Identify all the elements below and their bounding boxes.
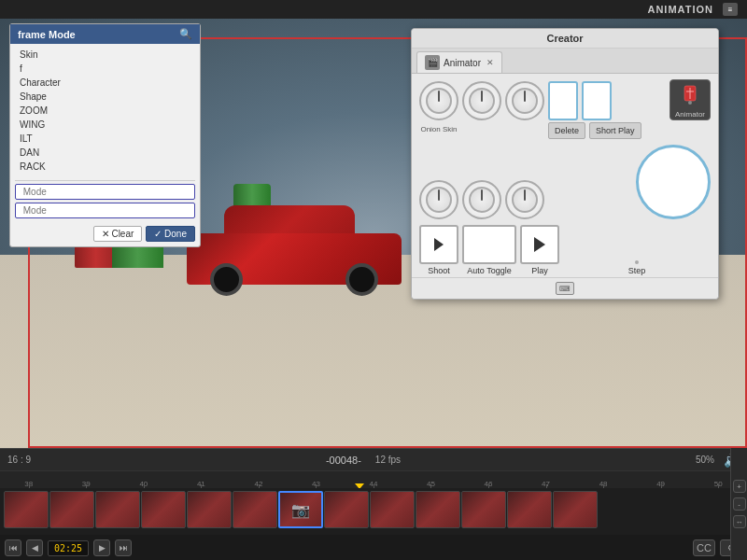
tab-close-icon[interactable]: ✕ xyxy=(486,58,494,67)
timeline-end-button[interactable]: ⏭ xyxy=(115,539,132,556)
thumbnail-frame[interactable] xyxy=(553,491,598,528)
ruler-mark: 42 xyxy=(230,480,288,488)
timeline-next-button[interactable]: ▶ xyxy=(93,539,110,556)
animator-button[interactable]: Animator xyxy=(669,79,711,120)
thumbnail-frame[interactable] xyxy=(233,491,277,528)
creator-tabs: 🎬 Animator ✕ xyxy=(412,49,718,74)
list-item[interactable]: DAN xyxy=(10,146,200,160)
thumbnail-frame[interactable] xyxy=(49,491,94,528)
dial-circle-4 xyxy=(419,180,458,219)
keyboard-shortcut-icon[interactable]: ⌨ xyxy=(556,282,574,295)
onion-skin-label: Onion Skin xyxy=(420,125,457,133)
clear-button[interactable]: ✕ Clear xyxy=(93,226,143,242)
timeline-prev-button[interactable]: ◀ xyxy=(26,539,43,556)
dial-circle-5 xyxy=(462,180,501,219)
top-bar: ANIMATION ≡ xyxy=(0,0,747,19)
play-button[interactable] xyxy=(520,225,559,264)
zoom-out-button[interactable]: - xyxy=(733,497,746,511)
dial-inner-6 xyxy=(512,187,538,213)
play-item: Play xyxy=(520,225,559,275)
timeline-tracks: 📷 xyxy=(0,488,747,535)
list-item[interactable]: f xyxy=(10,62,200,76)
frame-mode-header: frame Mode 🔍 xyxy=(10,24,200,44)
thumbnail-frame[interactable] xyxy=(187,491,232,528)
animator-icon xyxy=(677,82,703,108)
zoom-in-button[interactable]: + xyxy=(733,480,746,493)
timeline: 16 : 9 -00048- 12 fps 50% 🔊 38 39 40 41 … xyxy=(0,448,747,560)
dial-circle-3 xyxy=(505,81,544,120)
shoot-button[interactable] xyxy=(419,225,458,264)
thumbnail-frame[interactable] xyxy=(416,491,460,528)
dial-2[interactable] xyxy=(462,81,501,120)
timeline-info: -00048- 12 fps xyxy=(40,455,686,466)
ruler-mark: 45 xyxy=(402,480,460,488)
frame-mode-list: Skin f Character Shape ZOOM WING ILT DAN… xyxy=(10,44,200,177)
right-controls: + - ↔ xyxy=(730,448,747,560)
svg-point-1 xyxy=(688,101,692,105)
creator-panel: Creator 🎬 Animator ✕ xyxy=(411,28,719,300)
thumbnail-frame[interactable] xyxy=(4,491,49,528)
delete-button[interactable]: Delete xyxy=(548,122,585,139)
aspect-ratio: 16 : 9 xyxy=(7,455,31,465)
ruler-mark: 49 xyxy=(632,480,690,488)
rect-2[interactable] xyxy=(582,81,612,120)
short-play-button[interactable]: Short Play xyxy=(589,122,641,139)
dial-circle-2 xyxy=(462,81,501,120)
list-item[interactable]: RACK xyxy=(10,160,200,174)
play-triangle-icon xyxy=(534,237,545,252)
animator-btn-label: Animator xyxy=(675,110,705,119)
frame-mode-buttons: ✕ Clear ✓ Done xyxy=(10,221,200,246)
ruler-marks: 38 39 40 41 42 43 44 45 46 47 48 49 50 xyxy=(0,480,747,488)
ruler-mark: 48 xyxy=(574,480,632,488)
search-icon[interactable]: 🔍 xyxy=(179,28,192,40)
timeline-top-bar: 16 : 9 -00048- 12 fps 50% 🔊 xyxy=(0,449,747,471)
thumbnail-frame-active[interactable]: 📷 xyxy=(278,491,323,528)
main-viewport: ANIMATION ≡ frame Mode 🔍 Skin f Characte xyxy=(0,0,747,448)
step-label: Step xyxy=(628,266,646,275)
menu-icon[interactable]: ≡ xyxy=(723,3,738,16)
shoot-label: Shoot xyxy=(428,266,450,275)
dial-3[interactable] xyxy=(505,81,544,120)
list-item[interactable]: ILT xyxy=(10,132,200,146)
ruler-mark: 39 xyxy=(58,480,116,488)
step-area[interactable] xyxy=(635,260,639,264)
ruler-mark: 47 xyxy=(517,480,575,488)
thumbnail-frame[interactable] xyxy=(507,491,552,528)
mode-input-2[interactable] xyxy=(15,203,195,218)
timeline-back-button[interactable]: ⏮ xyxy=(5,539,21,556)
dial-inner-2 xyxy=(469,88,495,114)
mode-input-1[interactable] xyxy=(15,184,195,200)
input-field-1 xyxy=(15,184,195,200)
captions-button[interactable]: CC xyxy=(693,539,715,556)
thumbnail-frame[interactable] xyxy=(370,491,415,528)
dial-circle-6 xyxy=(505,180,544,219)
list-item[interactable]: Character xyxy=(10,76,200,90)
animator-tab-label: Animator xyxy=(444,58,481,68)
fit-button[interactable]: ↔ xyxy=(733,515,746,528)
list-item[interactable]: WING xyxy=(10,118,200,132)
auto-toggle-button[interactable] xyxy=(462,225,516,264)
input-field-2 xyxy=(15,203,195,218)
thumbnail-frame[interactable] xyxy=(141,491,186,528)
thumbnail-frame[interactable] xyxy=(461,491,506,528)
dial-6[interactable] xyxy=(505,180,544,219)
list-item[interactable]: Shape xyxy=(10,90,200,104)
dial-4[interactable] xyxy=(419,180,458,219)
auto-toggle-label: Auto Toggle xyxy=(467,266,511,275)
large-circle[interactable] xyxy=(636,145,711,219)
rect-shape-2 xyxy=(582,81,612,120)
ruler-mark: 44 xyxy=(345,480,402,488)
animator-tab[interactable]: 🎬 Animator ✕ xyxy=(416,51,502,73)
list-item[interactable]: Skin xyxy=(10,48,200,62)
dial-1[interactable] xyxy=(419,81,458,120)
thumbnail-frame[interactable] xyxy=(95,491,140,528)
dial-inner-4 xyxy=(426,187,452,213)
list-item[interactable]: ZOOM xyxy=(10,104,200,118)
current-timecode: 02:25 xyxy=(48,540,89,556)
rect-1[interactable] xyxy=(548,81,578,120)
thumbnail-frame[interactable] xyxy=(324,491,369,528)
done-button[interactable]: ✓ Done xyxy=(146,226,195,242)
dial-5[interactable] xyxy=(462,180,501,219)
frame-mode-panel: frame Mode 🔍 Skin f Character Shape ZOOM… xyxy=(9,23,201,247)
dial-inner-5 xyxy=(469,187,495,213)
